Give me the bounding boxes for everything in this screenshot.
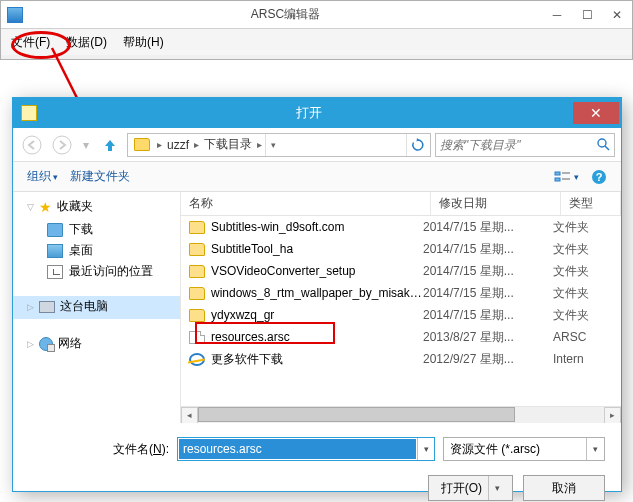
file-row[interactable]: windows_8_rtm_wallpaper_by_misaki2...201… (181, 282, 621, 304)
sidebar-group-label: 这台电脑 (60, 298, 108, 315)
maximize-button[interactable]: ☐ (572, 4, 602, 26)
scroll-right-button[interactable]: ▸ (604, 407, 621, 424)
column-header-date[interactable]: 修改日期 (431, 192, 561, 215)
open-file-dialog: 打开 ✕ ▾ ▸ uzzf ▸ 下载目录 ▸ ▾ (12, 97, 622, 492)
search-box[interactable] (435, 133, 615, 157)
nav-recent-dropdown[interactable]: ▾ (79, 133, 93, 157)
file-date: 2014/7/15 星期... (423, 263, 553, 280)
chevron-down-icon[interactable]: ▾ (417, 438, 434, 460)
app-title: ARSC编辑器 (29, 6, 542, 23)
file-row[interactable]: SubtitleTool_ha2014/7/15 星期...文件夹 (181, 238, 621, 260)
new-folder-button[interactable]: 新建文件夹 (64, 165, 136, 188)
refresh-button[interactable] (406, 134, 428, 156)
file-row[interactable]: resources.arsc2013/8/27 星期...ARSC (181, 326, 621, 348)
file-type: ARSC (553, 330, 613, 344)
sidebar-item-downloads[interactable]: 下载 (13, 219, 180, 240)
file-list-header: 名称 修改日期 类型 (181, 192, 621, 216)
sidebar-this-pc[interactable]: ▷ 这台电脑 (13, 296, 180, 319)
scroll-track[interactable] (198, 407, 604, 424)
menu-help[interactable]: 帮助(H) (115, 31, 172, 54)
chevron-down-icon[interactable]: ▾ (488, 476, 500, 500)
file-row[interactable]: ydyxwzq_gr2014/7/15 星期...文件夹 (181, 304, 621, 326)
nav-forward-button[interactable] (49, 133, 75, 157)
address-bar[interactable]: ▸ uzzf ▸ 下载目录 ▸ ▾ (127, 133, 431, 157)
file-type: 文件夹 (553, 263, 613, 280)
scroll-left-button[interactable]: ◂ (181, 407, 198, 424)
svg-point-2 (53, 136, 71, 154)
dialog-body: ▽ ★ 收藏夹 下载 桌面 最近访问的位置 ▷ 这台电脑 ▷ (13, 192, 621, 423)
dialog-icon (21, 105, 37, 121)
arrow-right-icon (52, 135, 72, 155)
file-type: Intern (553, 352, 613, 366)
view-icon (554, 170, 572, 184)
filename-input[interactable] (179, 439, 416, 459)
main-titlebar: ARSC编辑器 ─ ☐ ✕ (1, 1, 632, 29)
breadcrumb[interactable]: uzzf (165, 138, 191, 152)
view-options-button[interactable]: ▾ (548, 167, 585, 187)
network-icon (39, 337, 53, 351)
file-row[interactable]: 更多软件下载2012/9/27 星期...Intern (181, 348, 621, 370)
svg-point-1 (23, 136, 41, 154)
dialog-close-button[interactable]: ✕ (573, 102, 619, 124)
desktop-icon (47, 244, 63, 258)
scroll-thumb[interactable] (198, 407, 515, 422)
file-name: VSOVideoConverter_setup (211, 264, 423, 278)
help-button[interactable]: ? (585, 166, 613, 188)
sidebar: ▽ ★ 收藏夹 下载 桌面 最近访问的位置 ▷ 这台电脑 ▷ (13, 192, 181, 423)
address-dropdown[interactable]: ▾ (265, 134, 281, 156)
app-icon (7, 7, 23, 23)
svg-rect-6 (555, 178, 560, 181)
folder-icon (189, 287, 205, 300)
column-header-type[interactable]: 类型 (561, 192, 621, 215)
file-type: 文件夹 (553, 307, 613, 324)
nav-up-button[interactable] (97, 133, 123, 157)
arrow-left-icon (22, 135, 42, 155)
folder-icon (189, 221, 205, 234)
cancel-button[interactable]: 取消 (523, 475, 605, 501)
chevron-down-icon: ▽ (27, 202, 34, 212)
column-header-name[interactable]: 名称 (181, 192, 431, 215)
filter-combo[interactable]: 资源文件 (*.arsc) ▾ (443, 437, 605, 461)
file-date: 2013/8/27 星期... (423, 329, 553, 346)
dialog-footer: 文件名(N): ▾ 资源文件 (*.arsc) ▾ (13, 423, 621, 469)
sidebar-network[interactable]: ▷ 网络 (13, 333, 180, 356)
sidebar-item-label: 桌面 (69, 242, 93, 259)
sidebar-item-desktop[interactable]: 桌面 (13, 240, 180, 261)
sidebar-item-label: 下载 (69, 221, 93, 238)
nav-back-button[interactable] (19, 133, 45, 157)
refresh-icon (411, 138, 425, 152)
menu-file[interactable]: 文件(F) (3, 31, 58, 54)
file-name: resources.arsc (211, 330, 423, 344)
folder-icon (189, 309, 205, 322)
file-list: 名称 修改日期 类型 Subtitles-win_d9soft.com2014/… (181, 192, 621, 423)
open-button[interactable]: 打开(O)▾ (428, 475, 513, 501)
dialog-toolbar: 组织▾ 新建文件夹 ▾ ? (13, 162, 621, 192)
dialog-button-row: 打开(O)▾ 取消 (13, 469, 621, 502)
file-row[interactable]: Subtitles-win_d9soft.com2014/7/15 星期...文… (181, 216, 621, 238)
internet-icon (189, 353, 205, 366)
close-button[interactable]: ✕ (602, 4, 632, 26)
file-name: windows_8_rtm_wallpaper_by_misaki2... (211, 286, 423, 300)
folder-icon (189, 243, 205, 256)
sidebar-favorites[interactable]: ▽ ★ 收藏夹 (13, 196, 180, 219)
file-type: 文件夹 (553, 285, 613, 302)
svg-rect-5 (555, 172, 560, 175)
breadcrumb[interactable]: 下载目录 (202, 136, 254, 153)
file-name: SubtitleTool_ha (211, 242, 423, 256)
computer-icon (39, 301, 55, 313)
filter-value: 资源文件 (*.arsc) (444, 441, 586, 458)
star-icon: ★ (39, 199, 52, 215)
file-row[interactable]: VSOVideoConverter_setup2014/7/15 星期...文件… (181, 260, 621, 282)
minimize-button[interactable]: ─ (542, 4, 572, 26)
organize-button[interactable]: 组织▾ (21, 165, 64, 188)
chevron-down-icon[interactable]: ▾ (586, 438, 604, 460)
file-type: 文件夹 (553, 219, 613, 236)
search-input[interactable] (440, 138, 593, 152)
menu-data[interactable]: 数据(D) (58, 31, 115, 54)
svg-line-4 (605, 146, 609, 150)
sidebar-item-recent[interactable]: 最近访问的位置 (13, 261, 180, 282)
chevron-right-icon: ▸ (254, 139, 265, 150)
filename-combo[interactable]: ▾ (177, 437, 435, 461)
dialog-title: 打开 (45, 104, 573, 122)
horizontal-scrollbar[interactable]: ◂ ▸ (181, 406, 621, 423)
